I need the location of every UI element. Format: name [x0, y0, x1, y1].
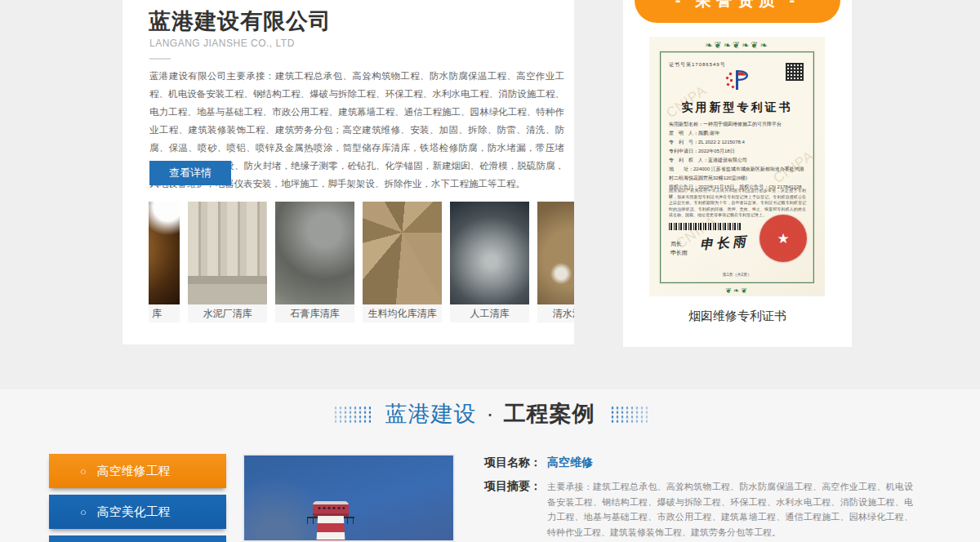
certificate-bottom-ornament: ❦❧❦: [649, 287, 825, 295]
cnipa-logo-icon: [723, 69, 752, 94]
official-seal: ★: [760, 215, 807, 262]
project-name-label: 项目名称：: [484, 455, 541, 470]
certificate-caption: 烟囱维修专利证书: [623, 309, 852, 324]
cases-section: 蓝港建设 · 工程案例 ○ 高空维修工程 ○ 高空美化工程 项目名称： 高空维修: [0, 389, 980, 542]
certificate-issuer-label: 局长 申长雨: [670, 239, 688, 257]
honor-badge-button[interactable]: - 荣誉资质 -: [635, 0, 840, 23]
certificate-field: 专 利 权 人：蓝港建设有限公司: [669, 156, 806, 165]
chimney-striped-stack: [316, 516, 345, 542]
certificate-number: 证书号第17086549号: [669, 61, 726, 69]
cement-plant-photo: [188, 202, 267, 304]
heading-separator: ·: [487, 402, 494, 427]
tab-label: 高空维修工程: [97, 464, 171, 479]
tab-aerial-repair[interactable]: ○ 高空维修工程: [49, 454, 226, 488]
certificate-field: 地 址：224000 江苏省盐城市城南新区新都街道办事处鸿港村二组海悦花园世苑3…: [669, 165, 806, 183]
gypsum-silo-photo: [275, 202, 354, 304]
certificate-field: 发 明 人：颜鹏;谢坤: [669, 129, 806, 138]
section-heading: 蓝港建设 · 工程案例: [0, 399, 980, 429]
carousel-item[interactable]: 库: [149, 202, 180, 322]
case-photo-chimney[interactable]: [243, 454, 455, 542]
issuer-signature: 申长雨: [699, 233, 749, 254]
title-divider: [149, 58, 171, 60]
chimney-top-cap: [313, 501, 349, 517]
heading-brand: 蓝港建设: [385, 399, 477, 429]
company-subtitle-en: LANGANG JIANSHE CO., LTD: [149, 38, 295, 49]
carousel-item[interactable]: 人工清库: [450, 202, 529, 322]
clear-water-pool-photo: [537, 202, 574, 304]
carousel-item-label: 石膏库清库: [275, 304, 354, 322]
project-summary-label: 项目摘要：: [484, 479, 541, 540]
circle-icon: ○: [80, 507, 87, 518]
carousel-item-label: 库: [149, 304, 180, 322]
carousel-item-label: 人工清库: [450, 304, 529, 322]
project-name-row: 项目名称： 高空维修: [484, 455, 593, 470]
blending-silo-photo: [363, 202, 442, 304]
carousel-item[interactable]: 水泥厂清库: [188, 202, 267, 322]
certificate-field: 实用新型名称：一种用于烟囱维修施工的可升降平台: [669, 120, 806, 129]
heading-title: 工程案例: [504, 399, 595, 429]
project-carousel[interactable]: 库 水泥厂清库 石膏库清库 生料均化库清库 人工清库: [149, 202, 574, 322]
dots-decoration-left: [333, 406, 371, 423]
view-details-button[interactable]: 查看详情: [149, 161, 231, 185]
carousel-item[interactable]: 生料均化库清库: [363, 202, 442, 322]
certificate-field: 专利申请日：2022年05月18日: [669, 147, 806, 156]
dots-decoration-right: [610, 406, 648, 423]
certificate-body-text: 国家知识产权局依照中华人民共和国专利法进行初步审查，决定授予专利权，颁发实用新型…: [669, 188, 806, 219]
manual-cleaning-photo: [450, 202, 529, 304]
certificate-page-note: 第1页（共2页）: [649, 272, 825, 277]
circle-icon: ○: [80, 466, 87, 477]
company-intro-card: 蓝港建设有限公司 LANGANG JIANSHE CO., LTD 蓝港建设有限…: [122, 0, 574, 344]
patent-certificate-image: ❧❦❧❦❧❦❧ CNIPA CNIPA CNIPA 证书号第17086549号: [649, 37, 825, 296]
carousel-track: 库 水泥厂清库 石膏库清库 生料均化库清库 人工清库: [149, 202, 574, 322]
certificate-field: 专 利 号：ZL 2022 2 1215078.4: [669, 138, 806, 147]
company-title: 蓝港建设有限公司: [149, 7, 332, 36]
project-name-value[interactable]: 高空维修: [547, 455, 593, 470]
carousel-item-label: 生料均化库清库: [363, 304, 442, 322]
tab-aerial-beautification[interactable]: ○ 高空美化工程: [49, 495, 226, 529]
carousel-item[interactable]: 清水池清库: [537, 202, 574, 322]
page: 蓝港建设有限公司 LANGANG JIANSHE CO., LTD 蓝港建设有限…: [0, 0, 980, 542]
certificate-top-ornament: ❧❦❧❦❧❦❧: [649, 40, 825, 51]
tab-third-partial[interactable]: [49, 535, 226, 542]
project-summary-value: 主要承接：建筑工程总承包、高耸构筑物工程、防水防腐保温工程、高空作业工程、机电设…: [547, 479, 913, 540]
carousel-item-label: 清水池清库: [537, 304, 574, 322]
project-summary-row: 项目摘要： 主要承接：建筑工程总承包、高耸构筑物工程、防水防腐保温工程、高空作业…: [484, 479, 913, 540]
certificate-title: 实用新型专利证书: [649, 100, 825, 115]
silo-interior-photo: [149, 202, 180, 304]
barcode: [669, 223, 741, 230]
carousel-item-label: 水泥厂清库: [188, 304, 267, 322]
qr-code-icon: [786, 63, 804, 81]
carousel-item[interactable]: 石膏库清库: [275, 202, 354, 322]
honor-card: - 荣誉资质 - ❧❦❧❦❧❦❧ CNIPA CNIPA CNIPA 证书号第1…: [623, 0, 852, 347]
tab-label: 高空美化工程: [97, 504, 171, 520]
